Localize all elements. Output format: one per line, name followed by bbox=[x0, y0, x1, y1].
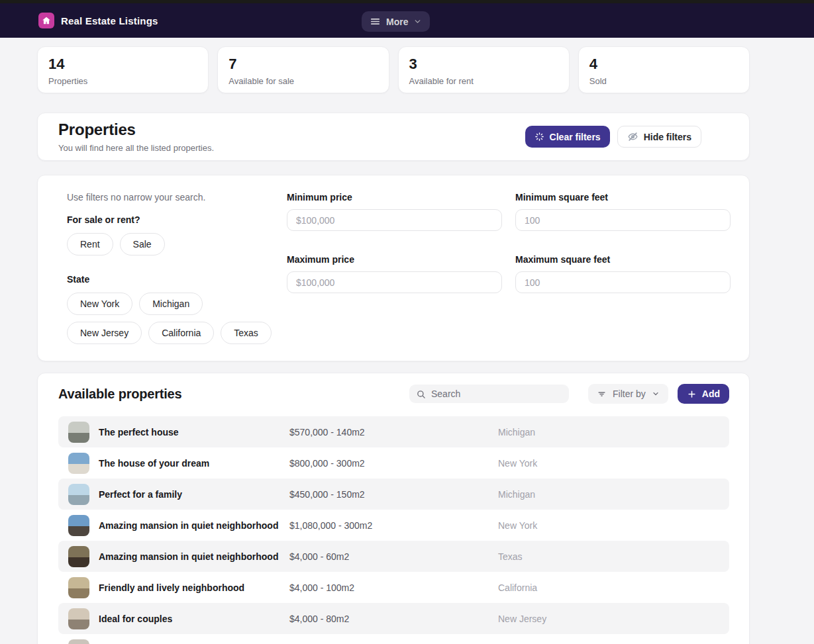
maximum-sqft-field: Maximum square feet bbox=[515, 254, 731, 293]
clear-filters-button[interactable]: Clear filters bbox=[525, 126, 610, 148]
property-price: $800,000 - 300m2 bbox=[289, 458, 498, 469]
filter-pill-sale[interactable]: Sale bbox=[120, 233, 165, 255]
table-row[interactable]: Amazing mansion in quiet neighborhood $1… bbox=[58, 510, 729, 541]
property-name: The perfect house bbox=[99, 427, 179, 437]
property-thumbnail bbox=[68, 453, 89, 474]
minimum-price-input[interactable] bbox=[287, 209, 502, 231]
maximum-sqft-label: Maximum square feet bbox=[515, 254, 731, 265]
property-thumbnail bbox=[68, 577, 89, 598]
property-state: California bbox=[498, 582, 729, 593]
clear-filters-label: Clear filters bbox=[550, 132, 601, 142]
stat-card-sold: 4 Sold bbox=[578, 46, 750, 93]
plus-icon bbox=[687, 389, 697, 399]
more-button-label: More bbox=[386, 17, 408, 27]
property-price: $1,080,000 - 300m2 bbox=[289, 520, 498, 531]
table-row[interactable]: Ideal for couples $4,000 - 80m2 New Jers… bbox=[58, 603, 729, 634]
filters-card: Use filters no narrow your search. For s… bbox=[37, 175, 750, 361]
available-properties-card: Available properties Filter by bbox=[37, 373, 750, 644]
property-name: Amazing mansion in quiet neighborhood bbox=[99, 551, 278, 562]
house-logo-icon bbox=[42, 16, 51, 25]
stat-label: Properties bbox=[48, 76, 197, 86]
sparkle-icon bbox=[534, 132, 544, 142]
property-thumbnail bbox=[68, 484, 89, 505]
properties-panel: Properties You will find here all the li… bbox=[37, 113, 750, 161]
available-title: Available properties bbox=[58, 387, 181, 402]
filter-by-button[interactable]: Filter by bbox=[588, 384, 668, 404]
hide-filters-button[interactable]: Hide filters bbox=[617, 126, 701, 148]
property-state: Michigan bbox=[498, 489, 729, 500]
filter-pill-california[interactable]: California bbox=[148, 322, 214, 344]
property-state: Texas bbox=[498, 551, 729, 562]
property-thumbnail bbox=[68, 608, 89, 629]
properties-table: The perfect house $570,000 - 140m2 Michi… bbox=[58, 416, 729, 644]
page-title: Properties bbox=[58, 120, 214, 139]
state-label: State bbox=[67, 274, 287, 285]
property-thumbnail bbox=[68, 546, 89, 567]
stat-card-for-sale: 7 Available for sale bbox=[217, 46, 389, 93]
sale-or-rent-label: For sale or rent? bbox=[67, 214, 287, 225]
minimum-sqft-label: Minimum square feet bbox=[515, 192, 731, 203]
filter-pill-rent[interactable]: Rent bbox=[67, 233, 113, 255]
property-price: $4,000 - 100m2 bbox=[289, 582, 498, 593]
property-state: New York bbox=[498, 458, 729, 469]
minimum-sqft-input[interactable] bbox=[515, 209, 731, 231]
search-icon bbox=[416, 389, 426, 399]
property-price: $450,000 - 150m2 bbox=[289, 489, 498, 500]
property-price: $4,000 - 60m2 bbox=[289, 551, 498, 562]
table-row[interactable]: Friendly and lively neighborhood $4,000 … bbox=[58, 572, 729, 603]
chevron-down-icon bbox=[413, 17, 422, 26]
filter-pill-new-jersey[interactable]: New Jersey bbox=[67, 322, 142, 344]
table-row[interactable] bbox=[58, 634, 729, 644]
maximum-price-field: Maximum price bbox=[287, 254, 502, 293]
page-subtitle: You will find here all the listed proper… bbox=[58, 143, 214, 153]
filter-by-label: Filter by bbox=[613, 389, 646, 399]
table-row[interactable]: Amazing mansion in quiet neighborhood $4… bbox=[58, 541, 729, 572]
filters-price-column: Minimum price Maximum price bbox=[287, 192, 515, 361]
state-options: New York Michigan New Jersey California … bbox=[67, 293, 272, 344]
minimum-sqft-field: Minimum square feet bbox=[515, 192, 731, 231]
stat-label: Sold bbox=[589, 76, 738, 86]
property-name: Ideal for couples bbox=[99, 614, 172, 624]
chevron-down-icon bbox=[652, 390, 660, 398]
sale-or-rent-options: Rent Sale bbox=[67, 233, 272, 255]
app-header: Real Estate Listings More bbox=[0, 3, 814, 38]
property-thumbnail bbox=[68, 515, 89, 536]
property-name: The house of your dream bbox=[99, 458, 209, 469]
maximum-price-label: Maximum price bbox=[287, 254, 502, 265]
available-controls: Filter by Add bbox=[409, 384, 729, 404]
property-name: Friendly and lively neighborhood bbox=[99, 582, 244, 593]
search-box bbox=[409, 385, 569, 403]
property-thumbnail bbox=[68, 422, 89, 443]
search-input[interactable] bbox=[431, 389, 562, 399]
property-state: New York bbox=[498, 520, 729, 531]
stat-label: Available for sale bbox=[229, 76, 378, 86]
filter-pill-texas[interactable]: Texas bbox=[221, 322, 272, 344]
property-state: New Jersey bbox=[498, 614, 729, 624]
hamburger-menu-icon bbox=[370, 16, 381, 27]
table-row[interactable]: The perfect house $570,000 - 140m2 Michi… bbox=[58, 416, 729, 447]
properties-panel-text: Properties You will find here all the li… bbox=[58, 120, 214, 153]
app-logo bbox=[38, 13, 54, 28]
stats-row: 14 Properties 7 Available for sale 3 Ava… bbox=[37, 46, 750, 93]
available-header: Available properties Filter by bbox=[58, 384, 729, 404]
more-button[interactable]: More bbox=[362, 11, 430, 32]
table-row[interactable]: Perfect for a family $450,000 - 150m2 Mi… bbox=[58, 479, 729, 510]
property-name: Amazing mansion in quiet neighborhood bbox=[99, 520, 278, 531]
stat-card-for-rent: 3 Available for rent bbox=[398, 46, 570, 93]
add-button[interactable]: Add bbox=[678, 384, 729, 404]
stat-value: 4 bbox=[589, 56, 738, 73]
property-thumbnail bbox=[68, 639, 89, 644]
maximum-sqft-input[interactable] bbox=[515, 271, 731, 293]
filter-pill-new-york[interactable]: New York bbox=[67, 293, 132, 315]
property-price: $570,000 - 140m2 bbox=[289, 427, 498, 437]
maximum-price-input[interactable] bbox=[287, 271, 502, 293]
table-row[interactable]: The house of your dream $800,000 - 300m2… bbox=[58, 447, 729, 479]
filter-pill-michigan[interactable]: Michigan bbox=[139, 293, 203, 315]
filter-lines-icon bbox=[597, 389, 607, 399]
stat-value: 14 bbox=[48, 56, 197, 73]
hide-filters-label: Hide filters bbox=[644, 132, 691, 142]
property-name: Perfect for a family bbox=[99, 489, 182, 500]
stat-label: Available for rent bbox=[409, 76, 558, 86]
minimum-price-field: Minimum price bbox=[287, 192, 502, 231]
stat-value: 7 bbox=[229, 56, 378, 73]
